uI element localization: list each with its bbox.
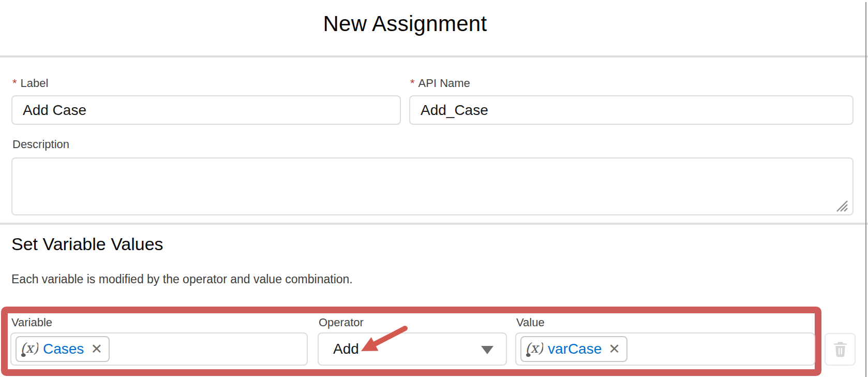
dialog-title: New Assignment [0, 11, 810, 36]
required-asterisk: * [410, 77, 415, 90]
divider [0, 55, 868, 57]
variable-icon: (x) [525, 339, 543, 359]
section-heading: Set Variable Values [11, 234, 163, 254]
variable-pill-label: Cases [43, 341, 84, 357]
value-combobox[interactable]: (x) varCase ✕ [515, 332, 815, 366]
panel-right-edge [865, 2, 866, 377]
operator-label: Operator [319, 316, 364, 329]
resize-handle-icon[interactable] [835, 199, 848, 212]
new-assignment-dialog: New Assignment *Label *API Name Descript… [0, 0, 868, 377]
label-field-label: *Label [12, 77, 48, 90]
variable-icon: (x) [20, 339, 38, 359]
value-label: Value [516, 316, 545, 329]
api-name-input[interactable] [409, 95, 854, 125]
operator-select[interactable]: Add [318, 332, 507, 366]
value-pill[interactable]: (x) varCase ✕ [520, 336, 627, 362]
pill-remove-icon[interactable]: ✕ [91, 342, 102, 356]
pill-remove-icon[interactable]: ✕ [608, 342, 620, 356]
section-description: Each variable is modified by the operato… [11, 272, 353, 286]
description-label: Description [12, 138, 69, 151]
required-asterisk: * [12, 77, 17, 90]
delete-row-button[interactable] [825, 333, 856, 366]
variable-pill[interactable]: (x) Cases ✕ [16, 336, 110, 362]
value-pill-label: varCase [548, 341, 602, 357]
trash-icon [833, 341, 848, 358]
variable-combobox[interactable]: (x) Cases ✕ [10, 332, 308, 366]
variable-label: Variable [11, 316, 52, 329]
label-input[interactable] [11, 95, 401, 125]
divider [0, 223, 868, 225]
operator-selected-value: Add [333, 341, 359, 357]
chevron-down-icon [481, 346, 493, 354]
description-textarea[interactable] [11, 157, 854, 215]
api-name-field-label: *API Name [410, 77, 470, 90]
